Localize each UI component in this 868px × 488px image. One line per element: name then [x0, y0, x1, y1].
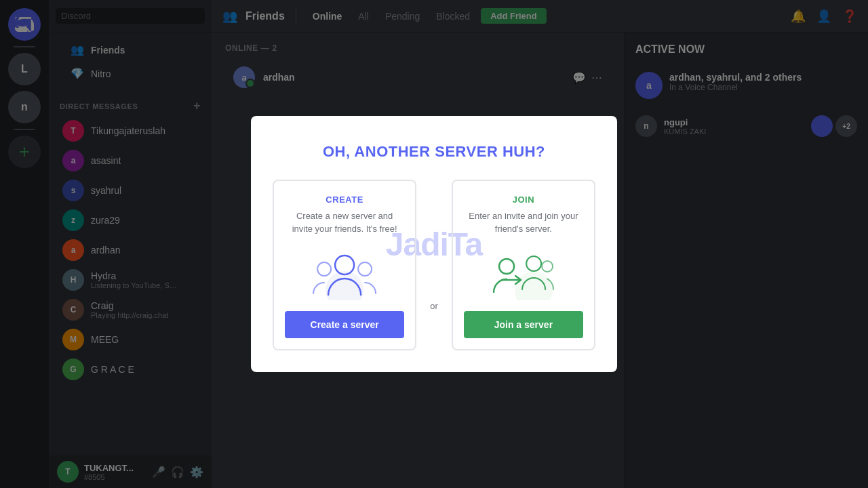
- modal-cards: CREATE Create a new server and invite yo…: [273, 180, 595, 350]
- svg-point-6: [499, 259, 514, 274]
- svg-point-8: [542, 261, 553, 272]
- create-card-description: Create a new server and invite your frie…: [285, 210, 404, 235]
- svg-point-2: [317, 262, 331, 276]
- svg-point-3: [358, 262, 372, 276]
- modal-overlay[interactable]: OH, ANOTHER SERVER HUH? JadiTa CREATE Cr…: [0, 0, 868, 488]
- server-modal: OH, ANOTHER SERVER HUH? JadiTa CREATE Cr…: [251, 116, 617, 371]
- join-card-label: JOIN: [513, 195, 534, 205]
- create-card-label: CREATE: [326, 195, 363, 205]
- join-server-button[interactable]: Join a server: [464, 311, 583, 338]
- join-card-description: Enter an invite and join your friend's s…: [464, 210, 583, 235]
- create-server-button[interactable]: Create a server: [285, 311, 404, 338]
- or-divider: or: [427, 261, 441, 350]
- modal-title: OH, ANOTHER SERVER HUH?: [273, 143, 595, 161]
- create-illustration: [285, 246, 404, 300]
- svg-point-7: [526, 256, 541, 271]
- join-server-card: JOIN Enter an invite and join your frien…: [452, 180, 595, 350]
- svg-point-4: [515, 271, 553, 300]
- join-illustration: [464, 246, 583, 300]
- create-server-card: CREATE Create a new server and invite yo…: [273, 180, 416, 350]
